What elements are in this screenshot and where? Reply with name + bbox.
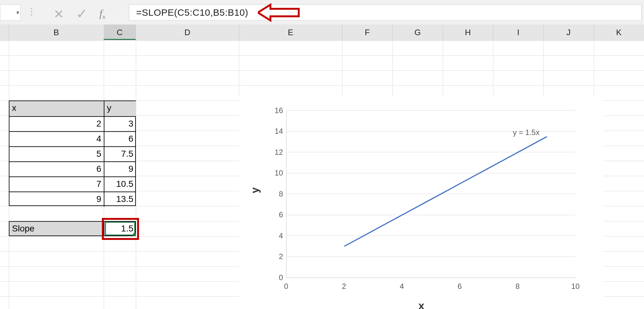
x-tick: 10 <box>571 282 580 291</box>
formula-text: =SLOPE(C5:C10,B5:B10) <box>136 7 248 18</box>
cell-x[interactable]: 2 <box>9 116 104 131</box>
column-header-A[interactable] <box>0 24 9 40</box>
slope-row: Slope 1.5 <box>9 221 136 236</box>
spreadsheet-grid[interactable]: x y 2 3 4 6 5 7.5 6 9 7 10.5 9 13.5 Slop… <box>0 40 644 309</box>
x-tick: 0 <box>284 282 288 291</box>
y-tick: 10 <box>270 169 283 177</box>
column-header-G[interactable]: G <box>392 24 443 40</box>
y-tick: 14 <box>270 127 283 136</box>
cell-x[interactable]: 7 <box>9 176 104 192</box>
formula-bar: ▾ ⋮ ✕ ✓ fx =SLOPE(C5:C10,B5:B10) <box>0 0 644 25</box>
chart-x-axis-title: x <box>419 300 425 309</box>
column-header-H[interactable]: H <box>443 24 493 40</box>
cell-y[interactable]: 10.5 <box>104 176 136 192</box>
y-tick: 6 <box>270 210 283 219</box>
y-tick: 0 <box>270 273 283 282</box>
cell-x[interactable]: 9 <box>9 192 104 207</box>
chart-y-axis-title: y <box>249 187 261 193</box>
y-tick: 12 <box>270 148 283 157</box>
chart-plot-area: y = 1.5x <box>286 111 576 278</box>
x-tick: 6 <box>458 282 462 291</box>
trendline-equation: y = 1.5x <box>513 128 540 137</box>
slope-label[interactable]: Slope <box>9 222 104 236</box>
name-box[interactable]: ▾ <box>0 4 21 21</box>
data-table: x y 2 3 4 6 5 7.5 6 9 7 10.5 9 13.5 <box>9 100 136 206</box>
column-header-C[interactable]: C <box>104 24 136 40</box>
table-header-x[interactable]: x <box>9 101 104 116</box>
enter-icon[interactable]: ✓ <box>76 6 88 22</box>
y-tick: 16 <box>270 106 283 115</box>
cancel-icon[interactable]: ✕ <box>53 7 64 21</box>
x-tick: 8 <box>515 282 519 291</box>
cell-y[interactable]: 6 <box>104 131 136 146</box>
y-tick: 2 <box>270 252 283 261</box>
cell-x[interactable]: 6 <box>9 161 104 176</box>
table-header-y[interactable]: y <box>104 101 136 116</box>
arrow-annotation-icon <box>258 3 302 22</box>
chart[interactable]: y x 16 14 12 10 8 6 4 2 0 0 2 4 6 8 10 <box>239 96 604 309</box>
column-header-F[interactable]: F <box>342 24 393 40</box>
column-headers: B C D E F G H I J K <box>0 24 644 41</box>
x-tick: 2 <box>342 282 346 291</box>
cell-y[interactable]: 13.5 <box>104 192 136 207</box>
cell-y[interactable]: 9 <box>104 161 136 176</box>
formula-input[interactable]: =SLOPE(C5:C10,B5:B10) <box>129 4 641 21</box>
cell-y[interactable]: 3 <box>104 116 136 131</box>
column-header-B[interactable]: B <box>9 24 104 40</box>
column-header-I[interactable]: I <box>493 24 544 40</box>
fx-icon[interactable]: fx <box>99 8 105 19</box>
cell-y[interactable]: 7.5 <box>104 146 136 161</box>
separator-icon: ⋮ <box>27 6 36 17</box>
column-header-K[interactable]: K <box>594 24 644 40</box>
cell-x[interactable]: 4 <box>9 131 104 146</box>
y-tick: 4 <box>270 231 283 240</box>
x-tick: 4 <box>400 282 404 291</box>
slope-value[interactable]: 1.5 <box>104 222 136 236</box>
y-tick: 8 <box>270 190 283 198</box>
column-header-D[interactable]: D <box>136 24 239 40</box>
column-header-E[interactable]: E <box>239 24 342 40</box>
column-header-J[interactable]: J <box>543 24 594 40</box>
name-box-dropdown-icon[interactable]: ▾ <box>16 9 19 16</box>
cell-x[interactable]: 5 <box>9 146 104 161</box>
